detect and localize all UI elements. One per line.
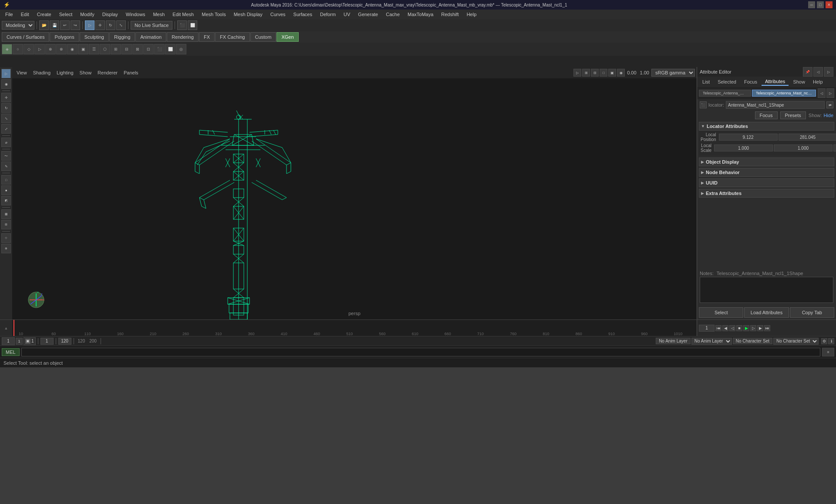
- shelf-icon-6[interactable]: ◉: [67, 44, 78, 54]
- tb-scale-btn[interactable]: ⤡: [116, 20, 126, 30]
- maximize-button[interactable]: □: [817, 1, 824, 8]
- close-button[interactable]: ✕: [826, 1, 833, 8]
- menu-item-uv[interactable]: UV: [340, 11, 354, 18]
- menu-item-maxtomaya[interactable]: MaxToMaya: [404, 11, 437, 18]
- ae-tab-selected[interactable]: Selected: [714, 78, 740, 85]
- shelf-icon-7[interactable]: ▣: [78, 44, 88, 54]
- rotate-tool-btn[interactable]: ↻: [1, 103, 11, 113]
- presets-button[interactable]: Presets: [780, 111, 806, 119]
- pb-settings-btn[interactable]: ⚙: [821, 338, 827, 344]
- pencil-tool-btn[interactable]: ✎: [1, 161, 11, 171]
- snapping-btn[interactable]: ⊹: [1, 233, 11, 243]
- display-mode-2[interactable]: ⊞: [1, 220, 11, 229]
- shelf-icon-1[interactable]: ○: [13, 44, 23, 54]
- ae-tab-focus[interactable]: Focus: [741, 78, 761, 85]
- shelf-icon-13[interactable]: ⊡: [143, 44, 154, 54]
- ae-tab-show[interactable]: Show: [789, 78, 809, 85]
- shelf-icon-9[interactable]: ⬡: [100, 44, 110, 54]
- shelf-icon-8[interactable]: ☰: [89, 44, 99, 54]
- menu-item-edit-mesh[interactable]: Edit Mesh: [169, 11, 197, 18]
- shelf-icon-3[interactable]: ▷: [34, 44, 45, 54]
- ae-node-tab-2[interactable]: Telescopic_Antenna_Mast_ncl1_1Shape: [752, 90, 816, 97]
- vp-icon-2[interactable]: ⊞: [582, 69, 590, 77]
- mode-btn-fx[interactable]: FX: [199, 32, 215, 42]
- constraint-btn[interactable]: ⊗: [1, 244, 11, 253]
- display-btn-1[interactable]: □: [1, 175, 11, 185]
- menu-item-cache[interactable]: Cache: [382, 11, 403, 18]
- display-mode-1[interactable]: ▦: [1, 209, 11, 219]
- view-menu[interactable]: View: [14, 69, 30, 76]
- local-pos-x[interactable]: [719, 134, 778, 141]
- gamma-select[interactable]: sRGB gamma: [651, 69, 695, 77]
- paint-select-btn[interactable]: ◉: [1, 79, 11, 89]
- move-tool-btn[interactable]: ✛: [1, 93, 11, 102]
- mode-btn-fx-caching[interactable]: FX Caching: [215, 32, 249, 42]
- no-char-set-btn[interactable]: No Character Set: [733, 338, 772, 344]
- local-pos-y[interactable]: [779, 134, 836, 141]
- tl-frame-display[interactable]: [699, 325, 715, 332]
- char-set-dropdown[interactable]: No Character Set: [773, 338, 819, 345]
- menu-item-help[interactable]: Help: [463, 11, 480, 18]
- extra-attrs-header[interactable]: Extra Attributes: [699, 189, 834, 198]
- vp-icon-1[interactable]: ▷: [573, 69, 581, 77]
- mode-btn-rendering[interactable]: Rendering: [167, 32, 199, 42]
- mode-btn-curves-surfaces[interactable]: Curves / Surfaces: [2, 32, 49, 42]
- select-button[interactable]: Select: [699, 307, 743, 318]
- menu-item-create[interactable]: Create: [34, 11, 55, 18]
- tb-undo-btn[interactable]: ↩: [60, 20, 70, 30]
- node-behavior-header[interactable]: Node Behavior: [699, 168, 834, 177]
- anim-layer-dropdown[interactable]: No Anim Layer: [691, 338, 732, 345]
- select-tool-btn[interactable]: ▷: [1, 69, 11, 78]
- mode-btn-rigging[interactable]: Rigging: [109, 32, 135, 42]
- ae-swap-btn[interactable]: ⇄: [826, 101, 833, 108]
- display-btn-3[interactable]: ◩: [1, 196, 11, 205]
- menu-item-modify[interactable]: Modify: [77, 11, 98, 18]
- tb-select-btn[interactable]: ▷: [85, 20, 94, 30]
- lasso-tool-btn[interactable]: ⌀: [1, 138, 11, 147]
- pb-start-input[interactable]: [40, 338, 54, 345]
- no-anim-layer-btn[interactable]: No Anim Layer: [656, 338, 691, 344]
- renderer-menu[interactable]: Renderer: [95, 69, 120, 76]
- ae-notes-textarea[interactable]: [700, 277, 833, 303]
- menu-item-mesh[interactable]: Mesh: [149, 11, 168, 18]
- pb-info-btn[interactable]: ℹ: [828, 338, 834, 344]
- menu-item-file[interactable]: File: [2, 11, 17, 18]
- tl-prev-key-btn[interactable]: ◀: [722, 325, 728, 331]
- shelf-icon-10[interactable]: ⊞: [111, 44, 121, 54]
- mode-btn-polygons[interactable]: Polygons: [50, 32, 79, 42]
- ae-node-tab-1[interactable]: Telescopic_Antenna_Mast_ncl1_1: [699, 90, 751, 97]
- tl-last-btn[interactable]: ⏭: [764, 325, 770, 331]
- transform-tool-btn[interactable]: ⤢: [1, 124, 11, 134]
- panels-menu[interactable]: Panels: [121, 69, 141, 76]
- menu-item-select[interactable]: Select: [56, 11, 76, 18]
- mode-btn-custom[interactable]: Custom: [250, 32, 276, 42]
- tb-move-btn[interactable]: ✛: [95, 20, 105, 30]
- mode-btn-xgen[interactable]: XGen: [276, 32, 298, 42]
- vp-icon-3[interactable]: ⊟: [591, 69, 599, 77]
- tb-save-btn[interactable]: 💾: [50, 20, 59, 30]
- menu-item-surfaces[interactable]: Surfaces: [290, 11, 316, 18]
- uuid-header[interactable]: UUID: [699, 178, 834, 187]
- cmd-input[interactable]: [21, 348, 820, 356]
- tb-open-btn[interactable]: 📂: [39, 20, 49, 30]
- ae-pin-btn[interactable]: 📌: [803, 67, 812, 77]
- tb-ipr-btn[interactable]: ⬜: [188, 20, 197, 30]
- shelf-icon-12[interactable]: ⊠: [132, 44, 143, 54]
- shelf-icon-11[interactable]: ⊟: [121, 44, 132, 54]
- tl-first-btn[interactable]: ⏮: [715, 325, 721, 331]
- shading-menu[interactable]: Shading: [30, 69, 53, 76]
- timeline-ruler[interactable]: 1060110160210260310360410460510560610660…: [12, 320, 697, 336]
- local-scale-y[interactable]: [774, 144, 833, 151]
- menu-item-mesh-tools[interactable]: Mesh Tools: [198, 11, 229, 18]
- object-display-header[interactable]: Object Display: [699, 158, 834, 166]
- curve-tool-btn[interactable]: 〜: [1, 151, 11, 161]
- menu-item-curves[interactable]: Curves: [267, 11, 289, 18]
- ae-nav-next[interactable]: ▷: [826, 88, 834, 98]
- local-scale-x[interactable]: [714, 144, 773, 151]
- tb-render-btn[interactable]: ⬛: [177, 20, 187, 30]
- vp-icon-6[interactable]: ◉: [617, 69, 625, 77]
- menu-item-windows[interactable]: Windows: [122, 11, 149, 18]
- tb-rotate-btn[interactable]: ↻: [106, 20, 115, 30]
- locator-attrs-header[interactable]: Locator Attributes: [699, 122, 834, 131]
- ae-expand-btn[interactable]: ◁: [813, 67, 823, 77]
